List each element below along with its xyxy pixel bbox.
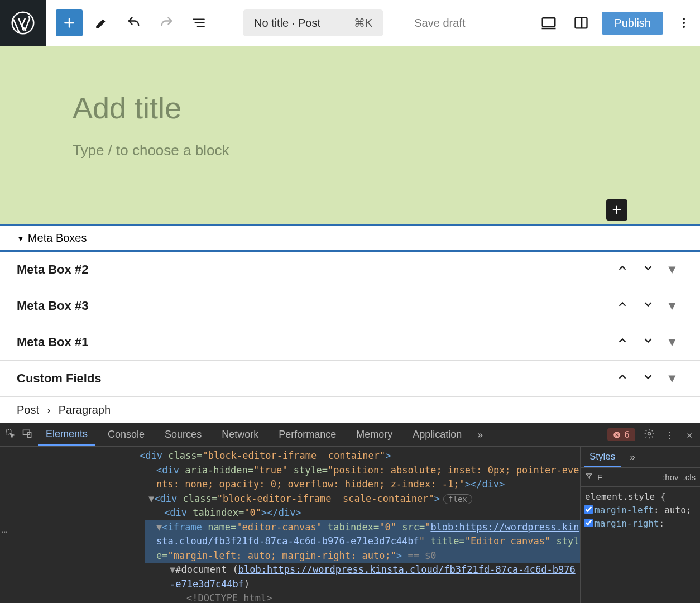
svg-point-10 xyxy=(648,432,651,435)
css-prop-checkbox[interactable] xyxy=(584,519,593,528)
save-draft-button[interactable]: Save draft xyxy=(414,17,465,30)
meta-box-row: Meta Box #2 ▼ xyxy=(0,252,700,288)
publish-button[interactable]: Publish xyxy=(602,12,663,35)
document-title-bar[interactable]: No title · Post ⌘K xyxy=(243,9,383,36)
block-prompt-placeholder[interactable]: Type / to choose a block xyxy=(73,142,627,159)
meta-box-row: Meta Box #1 ▼ xyxy=(0,324,700,361)
svg-point-5 xyxy=(683,26,685,28)
meta-box-title: Meta Box #3 xyxy=(17,299,88,313)
document-title-text: No title · Post xyxy=(254,17,320,30)
inline-add-block-button[interactable] xyxy=(606,199,627,221)
svg-point-3 xyxy=(683,18,685,20)
kebab-menu-icon[interactable]: ⋮ xyxy=(663,429,675,441)
cls-toggle[interactable]: .cls xyxy=(683,472,696,482)
css-prop-checkbox[interactable] xyxy=(584,505,593,514)
error-count-badge[interactable]: 6 xyxy=(607,428,635,441)
svg-rect-1 xyxy=(543,18,555,26)
meta-box-title: Meta Box #2 xyxy=(17,262,88,277)
ellipsis-icon: ⋯ xyxy=(2,525,8,539)
move-up-button[interactable] xyxy=(610,298,635,314)
redo-button[interactable] xyxy=(153,9,180,36)
devtools-panel: Elements Console Sources Network Perform… xyxy=(0,423,700,603)
meta-box-title: Custom Fields xyxy=(17,371,102,386)
close-icon[interactable]: ✕ xyxy=(683,429,696,441)
document-overview-button[interactable] xyxy=(185,9,212,36)
meta-box-row: Meta Box #3 ▼ xyxy=(0,288,700,324)
chevron-right-icon: › xyxy=(47,404,51,417)
devtools-tab-sources[interactable]: Sources xyxy=(157,424,209,445)
toggle-panel-button[interactable]: ▼ xyxy=(661,299,683,313)
move-up-button[interactable] xyxy=(610,262,635,277)
devtools-tab-performance[interactable]: Performance xyxy=(271,424,344,445)
toggle-panel-button[interactable]: ▼ xyxy=(661,371,683,386)
move-down-button[interactable] xyxy=(635,371,661,386)
devtools-tab-memory[interactable]: Memory xyxy=(348,424,400,445)
styles-panel: Styles » F :hov .cls element.style { mar… xyxy=(580,447,700,603)
devtools-tabbar: Elements Console Sources Network Perform… xyxy=(0,423,700,447)
toggle-sidebar-button[interactable] xyxy=(568,9,594,36)
move-up-button[interactable] xyxy=(610,371,635,386)
view-desktop-button[interactable] xyxy=(535,9,562,36)
add-block-button[interactable] xyxy=(56,9,83,36)
svg-point-4 xyxy=(683,22,685,24)
move-down-button[interactable] xyxy=(635,298,661,314)
meta-box-title: Meta Box #1 xyxy=(17,335,88,350)
styles-rules[interactable]: element.style { margin-left: auto; margi… xyxy=(581,487,700,534)
undo-button[interactable] xyxy=(121,9,147,36)
more-options-button[interactable] xyxy=(670,9,697,36)
wordpress-logo[interactable] xyxy=(0,0,46,46)
move-up-button[interactable] xyxy=(610,334,635,350)
breadcrumb-root[interactable]: Post xyxy=(17,404,39,417)
devtools-tab-elements[interactable]: Elements xyxy=(38,424,95,446)
caret-down-icon: ▼ xyxy=(17,234,25,243)
edit-mode-button[interactable] xyxy=(88,9,115,36)
devtools-tab-console[interactable]: Console xyxy=(100,424,152,445)
devtools-tab-network[interactable]: Network xyxy=(214,424,266,445)
dom-tree[interactable]: ⋯ <div class="block-editor-iframe__conta… xyxy=(0,447,580,603)
toggle-panel-button[interactable]: ▼ xyxy=(661,335,683,350)
filter-icon[interactable] xyxy=(585,472,593,482)
devtools-tab-application[interactable]: Application xyxy=(405,424,469,445)
styles-tab[interactable]: Styles xyxy=(584,448,621,467)
block-breadcrumb: Post › Paragraph xyxy=(0,397,700,423)
device-toolbar-icon[interactable] xyxy=(21,428,33,442)
gear-icon[interactable] xyxy=(643,428,655,442)
editor-topbar: No title · Post ⌘K Save draft Publish xyxy=(0,0,700,46)
styles-more[interactable]: » xyxy=(626,448,638,466)
meta-boxes-label: Meta Boxes xyxy=(28,232,87,245)
command-shortcut: ⌘K xyxy=(354,16,372,30)
inspect-element-icon[interactable] xyxy=(4,428,17,442)
toggle-panel-button[interactable]: ▼ xyxy=(661,262,683,277)
editor-canvas[interactable]: Add title Type / to choose a block xyxy=(0,46,700,224)
filter-input[interactable]: F xyxy=(597,472,602,482)
hov-toggle[interactable]: :hov xyxy=(663,472,678,482)
devtools-more-tabs[interactable]: » xyxy=(474,426,486,444)
move-down-button[interactable] xyxy=(635,262,661,277)
breadcrumb-current[interactable]: Paragraph xyxy=(59,404,111,417)
post-title-placeholder[interactable]: Add title xyxy=(73,90,627,125)
meta-box-row: Custom Fields ▼ xyxy=(0,361,700,397)
meta-boxes-header[interactable]: ▼ Meta Boxes xyxy=(0,224,700,252)
move-down-button[interactable] xyxy=(635,334,661,350)
